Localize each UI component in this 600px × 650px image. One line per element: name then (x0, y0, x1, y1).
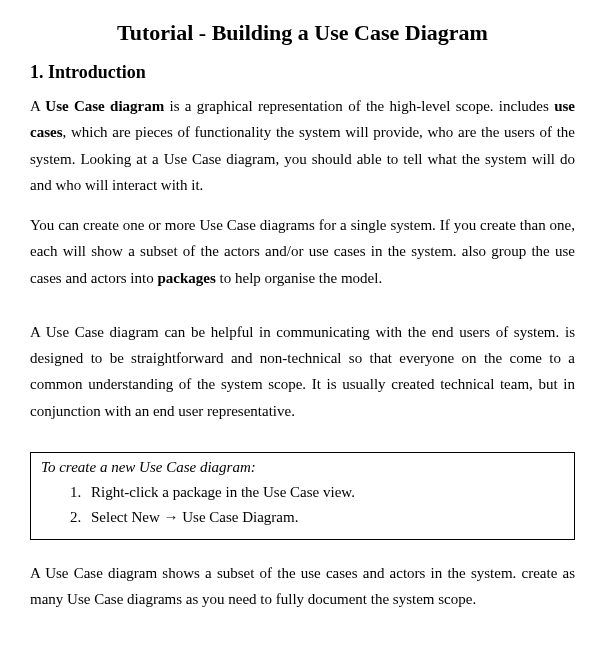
intro-paragraph-4: A Use Case diagram shows a subset of the… (30, 560, 575, 613)
instruction-callout-box: To create a new Use Case diagram: Right-… (30, 452, 575, 540)
callout-step-2: Select New → Use Case Diagram. (85, 505, 564, 531)
document-title: Tutorial - Building a Use Case Diagram (30, 20, 575, 46)
text-segment: , which are pieces of functionality the … (30, 124, 575, 193)
bold-term-use-case-diagram: Use Case diagram (45, 98, 164, 114)
callout-steps-list: Right-click a package in the Use Case vi… (41, 480, 564, 531)
text-segment: to help organise the model. (216, 270, 382, 286)
callout-step-1: Right-click a package in the Use Case vi… (85, 480, 564, 506)
text-segment: A (30, 98, 45, 114)
text-segment: is a graphical representation of the hig… (164, 98, 554, 114)
intro-paragraph-1: A Use Case diagram is a graphical repres… (30, 93, 575, 198)
intro-paragraph-3: A Use Case diagram can be helpful in com… (30, 319, 575, 424)
intro-paragraph-2: You can create one or more Use Case diag… (30, 212, 575, 291)
bold-term-packages: packages (157, 270, 215, 286)
callout-title: To create a new Use Case diagram: (41, 459, 564, 476)
section-heading-introduction: 1. Introduction (30, 62, 575, 83)
